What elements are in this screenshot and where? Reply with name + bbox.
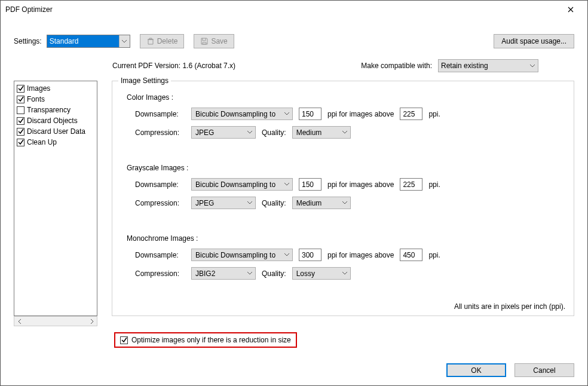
audit-label: Audit space usage... bbox=[501, 37, 566, 45]
dialog: PDF Optimizer Settings: Standard Delete … bbox=[0, 0, 588, 386]
optimize-label: Optimize images only if there is a reduc… bbox=[131, 336, 291, 344]
mono-compression-row: Compression: JBIG2 Quality: Lossy bbox=[135, 267, 563, 280]
check-icon bbox=[18, 118, 24, 124]
gray-heading: Grayscale Images : bbox=[127, 164, 563, 172]
gray-quality-select[interactable]: Medium bbox=[292, 197, 351, 209]
save-button[interactable]: Save bbox=[194, 34, 234, 48]
sidebar-hscrollbar[interactable] bbox=[14, 316, 97, 326]
sidebar-item-label: Clean Up bbox=[27, 138, 57, 146]
settings-row: Settings: Standard Delete Save Audit spa… bbox=[1, 19, 587, 54]
compression-label: Compression: bbox=[135, 199, 185, 207]
save-label: Save bbox=[211, 37, 227, 45]
settings-select[interactable]: Standard bbox=[47, 35, 130, 48]
mono-above-input[interactable]: 450 bbox=[400, 249, 422, 261]
checkbox[interactable] bbox=[17, 96, 24, 103]
dialog-title: PDF Optimizer bbox=[5, 5, 559, 14]
sidebar-item-label: Fonts bbox=[27, 95, 45, 103]
sidebar-listbox[interactable]: Images Fonts Transparency Discard Object… bbox=[14, 81, 97, 316]
compat-select[interactable]: Retain existing bbox=[438, 59, 538, 72]
checkbox[interactable] bbox=[17, 106, 24, 114]
image-settings-panel: Image Settings Color Images : Downsample… bbox=[112, 81, 574, 316]
sidebar-item-label: Discard Objects bbox=[27, 117, 78, 125]
mono-heading: Monochrome Images : bbox=[127, 234, 563, 243]
chevron-down-icon bbox=[281, 249, 292, 261]
chevron-down-icon bbox=[244, 127, 255, 138]
checkbox[interactable] bbox=[17, 139, 24, 146]
chevron-down-icon bbox=[119, 35, 130, 47]
sidebar-item-discard-user-data[interactable]: Discard User Data bbox=[17, 126, 94, 137]
checkbox[interactable] bbox=[17, 117, 24, 125]
color-quality-select[interactable]: Medium bbox=[292, 126, 351, 139]
color-ppi-input[interactable]: 150 bbox=[299, 108, 321, 120]
cancel-button[interactable]: Cancel bbox=[514, 363, 574, 377]
color-compression-row: Compression: JPEG Quality: Medium bbox=[135, 126, 563, 139]
settings-label: Settings: bbox=[14, 37, 42, 45]
chevron-down-icon bbox=[339, 197, 350, 209]
mono-quality-select[interactable]: Lossy bbox=[292, 267, 351, 280]
mono-ppi-input[interactable]: 300 bbox=[299, 249, 321, 261]
ppi-unit: ppi. bbox=[428, 180, 440, 189]
mono-downsample-select[interactable]: Bicubic Downsampling to bbox=[191, 249, 293, 261]
check-icon bbox=[18, 128, 24, 134]
downsample-label: Downsample: bbox=[135, 180, 185, 189]
checkbox[interactable] bbox=[17, 85, 24, 93]
chevron-down-icon bbox=[527, 60, 538, 72]
chevron-down-icon bbox=[339, 268, 350, 279]
gray-above-input[interactable]: 225 bbox=[400, 178, 422, 191]
color-heading: Color Images : bbox=[127, 93, 563, 102]
gray-downsample-row: Downsample: Bicubic Downsampling to 150 … bbox=[135, 178, 563, 191]
sidebar-item-images[interactable]: Images bbox=[17, 83, 94, 94]
sidebar: Images Fonts Transparency Discard Object… bbox=[14, 81, 97, 326]
sidebar-item-label: Transparency bbox=[27, 106, 71, 114]
scroll-right-icon[interactable] bbox=[87, 317, 97, 326]
close-icon bbox=[568, 7, 574, 13]
ppi-unit: ppi. bbox=[428, 110, 440, 118]
sidebar-item-discard-objects[interactable]: Discard Objects bbox=[17, 115, 94, 126]
current-version-label: Current PDF Version: 1.6 (Acrobat 7.x) bbox=[112, 62, 235, 70]
ok-button[interactable]: OK bbox=[446, 363, 506, 377]
button-row: OK Cancel bbox=[446, 363, 574, 377]
gray-compression-row: Compression: JPEG Quality: Medium bbox=[135, 197, 563, 209]
check-icon bbox=[18, 85, 24, 91]
close-button[interactable] bbox=[559, 1, 583, 18]
chevron-down-icon bbox=[281, 179, 292, 190]
save-icon bbox=[200, 37, 209, 45]
trash-icon bbox=[146, 37, 155, 45]
compat-value: Retain existing bbox=[441, 62, 488, 70]
checkbox[interactable] bbox=[17, 128, 24, 136]
compression-label: Compression: bbox=[135, 128, 185, 137]
color-above-input[interactable]: 225 bbox=[400, 108, 422, 120]
sidebar-item-fonts[interactable]: Fonts bbox=[17, 94, 94, 105]
settings-value: Standard bbox=[50, 37, 79, 45]
gray-compression-select[interactable]: JPEG bbox=[191, 197, 256, 209]
color-compression-select[interactable]: JPEG bbox=[191, 126, 256, 139]
audit-button[interactable]: Audit space usage... bbox=[494, 34, 574, 48]
delete-button[interactable]: Delete bbox=[140, 34, 185, 48]
check-icon bbox=[18, 139, 24, 145]
optimize-checkbox-row[interactable]: Optimize images only if there is a reduc… bbox=[114, 332, 297, 348]
above-label: ppi for images above bbox=[327, 251, 394, 259]
sidebar-item-label: Images bbox=[27, 84, 50, 93]
above-label: ppi for images above bbox=[327, 180, 394, 189]
compression-label: Compression: bbox=[135, 269, 185, 278]
check-icon bbox=[121, 337, 127, 343]
sidebar-item-label: Discard User Data bbox=[27, 127, 85, 136]
ppi-unit: ppi. bbox=[428, 251, 440, 259]
checkbox[interactable] bbox=[120, 336, 128, 344]
gray-ppi-input[interactable]: 150 bbox=[299, 178, 321, 191]
chevron-down-icon bbox=[244, 268, 255, 279]
color-downsample-select[interactable]: Bicubic Downsampling to bbox=[191, 108, 293, 120]
sidebar-item-clean-up[interactable]: Clean Up bbox=[17, 137, 94, 148]
quality-label: Quality: bbox=[262, 128, 286, 137]
gray-downsample-select[interactable]: Bicubic Downsampling to bbox=[191, 178, 293, 191]
titlebar: PDF Optimizer bbox=[1, 1, 587, 19]
mono-downsample-row: Downsample: Bicubic Downsampling to 300 … bbox=[135, 249, 563, 261]
mono-compression-select[interactable]: JBIG2 bbox=[191, 267, 256, 280]
scroll-left-icon[interactable] bbox=[14, 317, 24, 326]
color-downsample-row: Downsample: Bicubic Downsampling to 150 … bbox=[135, 108, 563, 120]
check-icon bbox=[18, 96, 24, 102]
compat-label: Make compatible with: bbox=[361, 62, 432, 70]
downsample-label: Downsample: bbox=[135, 251, 185, 259]
body: Images Fonts Transparency Discard Object… bbox=[1, 77, 587, 326]
sidebar-item-transparency[interactable]: Transparency bbox=[17, 105, 94, 115]
